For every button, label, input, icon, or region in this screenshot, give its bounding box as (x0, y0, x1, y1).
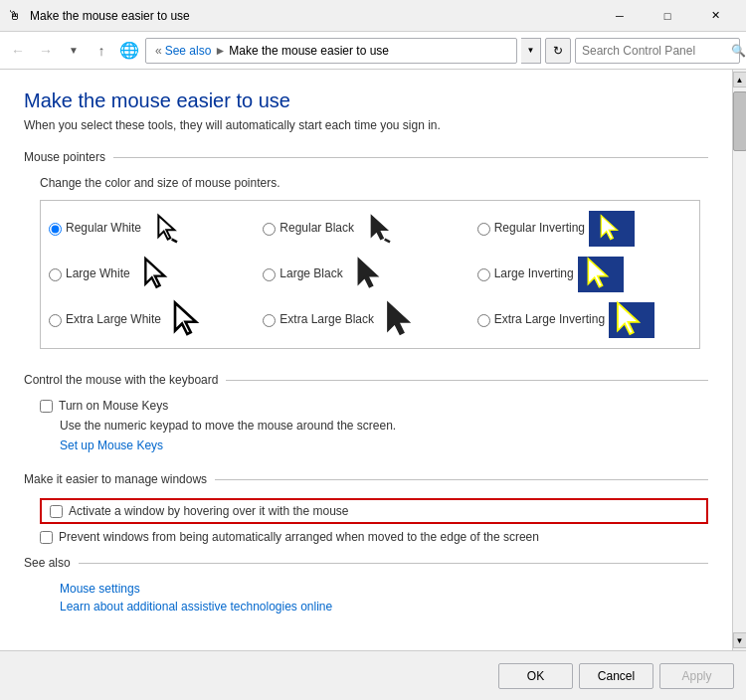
see-also-section: See also Mouse settings Learn about addi… (24, 556, 708, 613)
app-icon: 🖱 (8, 8, 24, 24)
activate-window-label[interactable]: Activate a window by hovering over it wi… (69, 504, 348, 518)
svg-marker-9 (388, 303, 409, 335)
cancel-button[interactable]: Cancel (579, 663, 653, 689)
windows-section: Make it easier to manage windows Activat… (24, 472, 708, 544)
pointer-cell-large-black: Large Black (263, 255, 476, 294)
cursor-icon-extra-large-white (170, 299, 208, 341)
minimize-button[interactable]: ─ (597, 0, 643, 32)
keyboard-section: Control the mouse with the keyboard Turn… (24, 373, 708, 452)
see-also-label: See also (24, 556, 71, 570)
breadcrumb-ease-of-access[interactable]: See also (165, 44, 212, 58)
label-large-black: Large Black (280, 266, 342, 282)
pointer-cell-regular-black: Regular Black (263, 209, 476, 249)
activate-window-checkbox[interactable] (50, 505, 63, 518)
pointer-cell-extra-large-inverting: Extra Large Inverting (477, 300, 691, 340)
label-extra-large-white: Extra Large White (66, 312, 161, 328)
mouse-keys-row: Turn on Mouse Keys (40, 399, 708, 413)
scrollbar[interactable]: ▲ ▼ (732, 70, 746, 650)
svg-marker-8 (175, 303, 196, 335)
prevent-arrange-label[interactable]: Prevent windows from being automatically… (59, 530, 539, 544)
svg-marker-0 (158, 216, 174, 240)
section-divider-4 (79, 563, 708, 564)
svg-line-3 (385, 240, 390, 243)
pointer-radio-regular-black[interactable]: Regular Black (263, 221, 354, 237)
prevent-arrange-checkbox[interactable] (40, 531, 53, 544)
section-divider (113, 157, 708, 158)
radio-large-white[interactable] (49, 268, 62, 281)
cursor-icon-extra-large-black (383, 299, 421, 341)
address-bar: ← → ▼ ↑ 🌐 « See also ► Make the mouse ea… (0, 32, 746, 70)
pointer-radio-large-inverting[interactable]: Large Inverting (477, 266, 574, 282)
radio-regular-white[interactable] (49, 223, 62, 236)
pointer-cell-regular-inverting: Regular Inverting (477, 209, 691, 249)
maximize-button[interactable]: □ (645, 0, 690, 32)
pointer-radio-regular-inverting[interactable]: Regular Inverting (477, 221, 585, 237)
windows-section-label: Make it easier to manage windows (24, 472, 207, 486)
path-dropdown-button[interactable]: ▼ (521, 38, 541, 64)
scroll-track[interactable] (733, 88, 747, 632)
back-button[interactable]: ← (6, 39, 30, 63)
label-extra-large-black: Extra Large Black (280, 312, 374, 328)
cursor-icon-large-black (354, 256, 388, 293)
pointer-cell-large-inverting: Large Inverting (477, 255, 691, 294)
breadcrumb-current: Make the mouse easier to use (229, 44, 389, 58)
pointer-radio-large-white[interactable]: Large White (49, 266, 130, 282)
ok-button[interactable]: OK (498, 663, 573, 689)
mouse-keys-label[interactable]: Turn on Mouse Keys (59, 399, 168, 413)
keyboard-section-label: Control the mouse with the keyboard (24, 373, 218, 387)
footer: OK Cancel Apply (0, 650, 746, 700)
close-button[interactable]: ✕ (692, 0, 738, 32)
preview-large-white (134, 257, 182, 292)
cursor-icon-large-inverting (584, 256, 618, 293)
scroll-down-arrow[interactable]: ▼ (733, 632, 747, 648)
pointer-radio-regular-white[interactable]: Regular White (49, 221, 141, 237)
pointers-grid: Regular White Regular Black (40, 200, 700, 349)
see-also-header: See also (24, 556, 708, 570)
cursor-icon-large-white (141, 256, 175, 293)
window-controls: ─ □ ✕ (597, 0, 738, 32)
cursor-icon-extra-large-inverting (613, 299, 651, 341)
label-regular-white: Regular White (66, 221, 141, 237)
radio-large-black[interactable] (263, 268, 276, 281)
radio-regular-black[interactable] (263, 223, 276, 236)
setup-mouse-keys-link[interactable]: Set up Mouse Keys (60, 438, 708, 452)
dropdown-button[interactable]: ▼ (62, 39, 86, 63)
radio-large-inverting[interactable] (477, 268, 490, 281)
label-regular-inverting: Regular Inverting (494, 221, 585, 237)
svg-marker-7 (588, 259, 607, 287)
svg-marker-2 (371, 216, 387, 240)
search-box[interactable]: 🔍 (575, 38, 740, 64)
pointers-row-large: Large White Large Black (49, 255, 691, 294)
search-input[interactable] (582, 44, 731, 58)
preview-regular-black (358, 211, 406, 247)
pointer-radio-extra-large-white[interactable]: Extra Large White (49, 312, 161, 328)
label-large-white: Large White (66, 266, 130, 282)
address-path[interactable]: « See also ► Make the mouse easier to us… (145, 38, 517, 64)
preview-extra-large-inverting (609, 302, 654, 338)
pointer-cell-extra-large-white: Extra Large White (49, 300, 263, 340)
cursor-icon-regular-black (368, 213, 396, 245)
keyboard-section-header: Control the mouse with the keyboard (24, 373, 708, 387)
pointer-radio-large-black[interactable]: Large Black (263, 266, 342, 282)
mouse-keys-checkbox[interactable] (40, 400, 53, 413)
cursor-icon-regular-inverting (598, 213, 626, 245)
assistive-tech-link[interactable]: Learn about additional assistive technol… (60, 600, 708, 613)
pointer-radio-extra-large-inverting[interactable]: Extra Large Inverting (477, 312, 605, 328)
pointer-cell-extra-large-black: Extra Large Black (263, 300, 476, 340)
scroll-up-arrow[interactable]: ▲ (733, 72, 747, 88)
radio-regular-inverting[interactable] (477, 223, 490, 236)
pointers-row-regular: Regular White Regular Black (49, 209, 691, 249)
pointer-cell-regular-white: Regular White (49, 209, 263, 249)
refresh-button[interactable]: ↻ (545, 38, 571, 64)
pointer-radio-extra-large-black[interactable]: Extra Large Black (263, 312, 374, 328)
radio-extra-large-black[interactable] (263, 314, 276, 327)
scroll-thumb[interactable] (733, 91, 747, 151)
section-divider-3 (215, 479, 708, 480)
radio-extra-large-white[interactable] (49, 314, 62, 327)
apply-button[interactable]: Apply (659, 663, 734, 689)
svg-line-1 (172, 240, 177, 243)
radio-extra-large-inverting[interactable] (477, 314, 490, 327)
up-button[interactable]: ↑ (90, 39, 113, 63)
forward-button[interactable]: → (34, 39, 58, 63)
mouse-settings-link[interactable]: Mouse settings (60, 582, 708, 596)
